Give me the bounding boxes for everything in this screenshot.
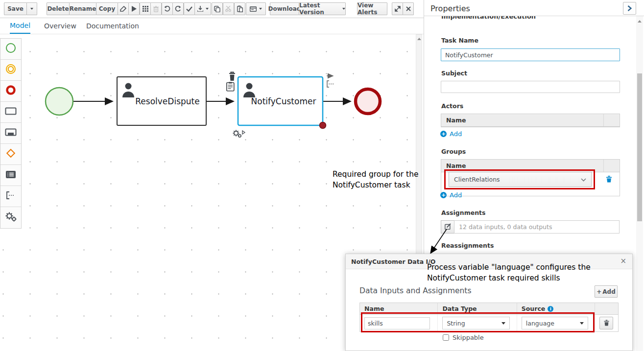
column-data-type: Data Type [438,303,517,314]
palette-form[interactable] [0,165,21,186]
view-alerts-button[interactable]: View Alerts [357,2,387,15]
properties-scrollbar[interactable] [636,16,643,351]
column-actions [595,303,618,314]
subject-label: Subject [441,70,467,77]
palette-start-event[interactable] [0,39,21,60]
form-generation-button[interactable] [246,2,266,15]
delete-button[interactable]: Delete [47,2,70,15]
download-button[interactable]: Download [270,2,299,15]
editor-toolbar: Save Delete Rename Copy Download Latest … [0,0,424,18]
actors-column-header: Name [441,117,603,124]
row-delete-button[interactable] [599,317,613,329]
copy-button[interactable]: Copy [96,2,118,15]
groups-selected-value: ClientRelations [454,176,500,183]
latest-version-label: Latest Version [299,2,340,16]
copy-button-label: Copy [99,5,115,12]
palette-task[interactable] [0,102,21,123]
subprocess-icon [5,128,17,138]
actors-action-column [603,114,620,126]
confirm-button[interactable] [184,2,195,15]
io-note-line2: NotifyCustomer task required skills [427,273,591,284]
download-button-label: Download [268,5,301,12]
delete-node-icon[interactable] [229,72,235,81]
properties-scrollbar-thumb[interactable] [637,73,642,221]
column-source: Sourcei [517,303,595,314]
trash-icon [153,6,159,12]
delete-selection-button[interactable] [150,2,162,15]
groups-add-label: Add [450,191,462,199]
trash-icon [606,175,612,185]
groups-value-select[interactable]: ClientRelations [449,172,592,187]
properties-collapse-button[interactable] [623,2,636,15]
actors-label: Actors [441,102,463,110]
plus-circle-icon: + [440,192,447,198]
close-editor-button[interactable] [403,2,414,15]
column-name: Name [360,303,438,314]
data-type-value: String [447,320,465,327]
assignments-summary-text: 12 data inputs, 0 data outputs [459,223,552,231]
scroll-up-icon [417,38,421,40]
data-type-select[interactable]: String [442,317,510,329]
save-download-dropdown-button[interactable] [194,2,211,15]
clear-button[interactable] [118,2,129,15]
rename-button[interactable]: Rename [69,2,96,15]
latest-version-dropdown[interactable]: Latest Version [299,2,346,15]
card-icon [250,6,257,12]
data-input-add-button[interactable]: + Add [595,285,618,298]
groups-delete-button[interactable] [602,173,615,186]
cut-button[interactable] [223,2,234,15]
tab-model[interactable]: Model [10,18,30,34]
end-event-node[interactable] [356,89,380,114]
task-node-notify-customer[interactable]: NotifyCustomer [238,77,326,129]
cut-icon [225,6,232,12]
task-node-resolve-dispute[interactable]: ResolveDispute [117,77,206,125]
assignments-edit-button[interactable] [441,220,454,234]
source-select[interactable]: language [522,317,588,329]
editor-tabbar: Model Overview Documentation [0,18,424,34]
tab-documentation-label: Documentation [86,22,139,30]
start-event-node[interactable] [46,88,73,115]
fullscreen-button[interactable] [392,2,403,15]
task-label: ResolveDispute [135,96,199,106]
group-annotation-line1: Required group for the [333,169,419,180]
palette-end-event[interactable] [0,81,21,102]
skippable-checkbox[interactable] [443,334,449,341]
gears-action-icon[interactable] [233,130,241,138]
validate-run-button[interactable] [128,2,140,15]
grid-icon [143,6,148,12]
data-input-name-field[interactable] [364,317,430,329]
palette-service-tasks[interactable] [0,207,21,228]
palette-gateway[interactable] [0,144,21,165]
save-button[interactable]: Save [4,2,27,15]
actors-add-label: Add [450,130,462,138]
assignments-summary-field[interactable]: 12 data inputs, 0 data outputs [454,220,620,234]
save-dropdown-button[interactable] [26,2,37,15]
tab-overview[interactable]: Overview [44,18,76,34]
paste-button[interactable] [234,2,245,15]
info-icon[interactable]: i [548,306,553,312]
select-caret-icon [501,322,505,325]
close-icon[interactable]: × [620,257,626,265]
palette-intermediate-event[interactable] [0,60,21,81]
properties-header: Properties [424,0,644,16]
subject-input[interactable] [441,81,620,93]
palette-text-annotation[interactable] [0,186,21,207]
gateway-icon [5,147,17,161]
copy-pages-icon [214,6,220,12]
palette-subprocess[interactable] [0,123,21,144]
undo-button[interactable] [162,2,173,15]
groups-label: Groups [441,148,466,155]
scroll-up-icon [638,20,642,23]
redo-button[interactable] [172,2,184,15]
expand-actions-chevron-icon[interactable] [242,131,245,134]
tab-documentation[interactable]: Documentation [86,18,139,34]
groups-add-link[interactable]: + Add [440,191,462,199]
actors-add-link[interactable]: + Add [440,130,462,138]
download-arrow-icon [197,6,203,12]
grid-button[interactable] [140,2,151,15]
task-name-input[interactable] [441,48,620,61]
copy-element-button[interactable] [212,2,223,15]
create-annotation-icon[interactable] [327,81,334,87]
edit-form-icon[interactable] [227,82,234,91]
io-note-line1: Process variable "language" configures t… [427,262,591,273]
